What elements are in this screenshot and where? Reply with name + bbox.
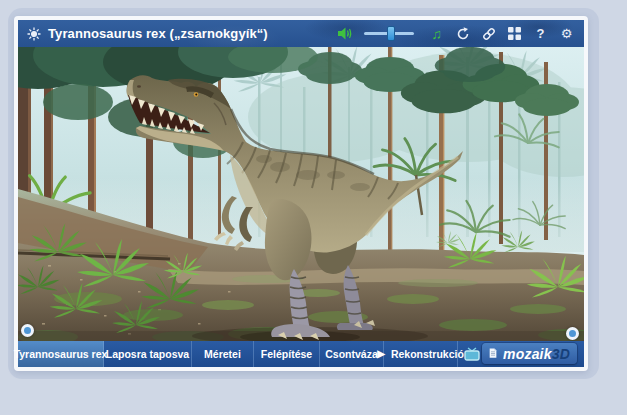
volume-slider-handle[interactable] (387, 26, 395, 41)
tab-tyrannosaurus-rex[interactable]: Tyrannosaurus rex (18, 341, 104, 367)
rotate-icon[interactable] (455, 26, 470, 41)
play-icon: ▶ (377, 349, 385, 359)
scene-hotspot-right[interactable] (566, 327, 579, 340)
app-window: Tyrannosaurus rex („zsarnokgyík“) ♫ (14, 16, 588, 371)
titlebar: Tyrannosaurus rex („zsarnokgyík“) ♫ (18, 20, 584, 47)
tab-csontvaza[interactable]: Csontváza (320, 341, 384, 367)
scene-hotspot-left[interactable] (21, 324, 34, 337)
grid-icon[interactable] (507, 26, 522, 41)
help-icon[interactable]: ? (533, 26, 548, 41)
trex-forest-scene (18, 47, 584, 341)
link-icon[interactable] (481, 26, 496, 41)
music-note-icon[interactable]: ♫ (429, 26, 444, 41)
gear-icon[interactable]: ⚙ (559, 26, 574, 41)
tab-laposra-taposva[interactable]: Laposra taposva (104, 341, 192, 367)
volume-slider[interactable] (364, 32, 414, 35)
document-icon (489, 346, 497, 361)
volume-icon[interactable] (338, 26, 353, 41)
scene-viewport[interactable] (18, 47, 584, 341)
tab-meretei[interactable]: Méretei (192, 341, 254, 367)
sun-icon (26, 26, 41, 41)
page-title: Tyrannosaurus rex („zsarnokgyík“) (48, 26, 268, 41)
brand-logo: mozaik3D (503, 346, 570, 362)
reconstruction-button[interactable]: ▶ Rekonstrukció (384, 341, 458, 367)
tabbar: Tyrannosaurus rex Laposra taposva Mérete… (18, 341, 584, 367)
tv-icon (464, 347, 480, 361)
toolbar: ♫ (338, 26, 574, 41)
tab-felepitese[interactable]: Felépítése (254, 341, 320, 367)
brand-panel[interactable]: mozaik3D (482, 343, 577, 364)
